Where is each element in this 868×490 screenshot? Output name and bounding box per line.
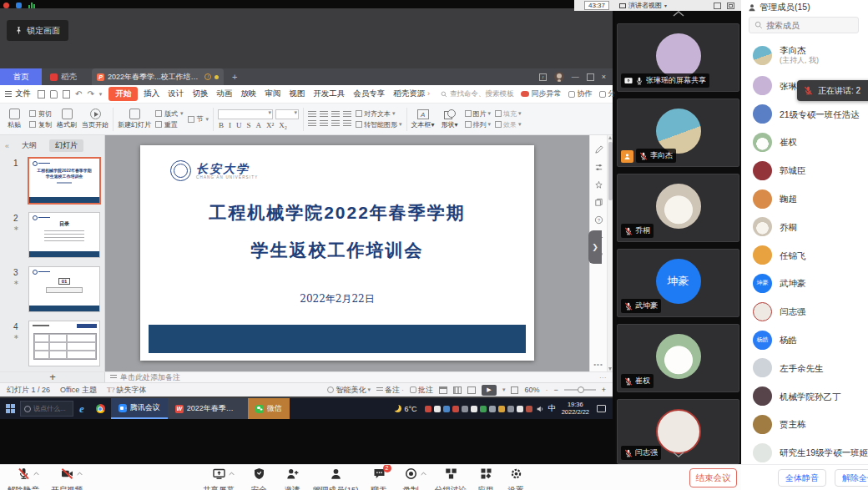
format-button[interactable]: S (246, 121, 252, 129)
tray-icon[interactable] (434, 406, 441, 412)
tab-docer[interactable]: 稻壳 (42, 68, 85, 85)
volume-icon[interactable] (536, 405, 544, 413)
selection-pane-icon[interactable] (594, 198, 603, 207)
indent-increase-icon[interactable] (343, 111, 351, 118)
chevron-up-icon[interactable] (77, 472, 83, 476)
menu-插入[interactable]: 插入 (141, 87, 162, 101)
window-tip-icon[interactable]: ! (539, 73, 547, 81)
save-icon[interactable] (38, 90, 45, 99)
font-size-select[interactable] (275, 109, 299, 119)
taskbar-search[interactable] (20, 401, 73, 417)
tray-icon[interactable] (498, 406, 505, 412)
tab-outline[interactable]: 大纲 (16, 139, 43, 152)
arrange-button[interactable]: 排列▾ (465, 120, 492, 129)
menu-会员专享[interactable]: 会员专享 (351, 87, 387, 101)
menu-file[interactable]: 文件 (5, 88, 31, 99)
zoom-in-button[interactable]: + (602, 386, 606, 394)
bullet-list-icon[interactable] (308, 111, 316, 118)
slide-thumbnail[interactable]: 3∗01 (0, 266, 104, 316)
indent-decrease-icon[interactable] (331, 111, 340, 118)
tray-icon[interactable] (425, 406, 431, 412)
zoom-knob[interactable] (578, 386, 584, 393)
copy-button[interactable]: 复制 (29, 120, 52, 129)
layout-button[interactable]: 版式▾ (155, 109, 184, 119)
font-family-select[interactable] (218, 109, 273, 119)
animation-pane-icon[interactable] (594, 163, 603, 172)
scroll-up-icon[interactable] (608, 136, 612, 139)
slide-thumbnail[interactable]: 4∗ (0, 321, 104, 371)
unmute-all-button[interactable]: 解除全体静音 (835, 469, 868, 487)
member-row[interactable]: 李向杰(主持人, 我) (741, 38, 868, 72)
missing-font-warning[interactable]: T?缺失字体 (107, 385, 147, 396)
member-row[interactable]: 任锦飞 (741, 241, 868, 270)
toolbar-invite[interactable]: 邀请 (277, 467, 307, 490)
tray-icon[interactable] (517, 406, 523, 412)
menu-稻壳资源[interactable]: 稻壳资源 › (391, 87, 432, 101)
toolbar-camera-off[interactable]: 开启视频 (48, 467, 85, 490)
sorter-view-icon[interactable] (453, 386, 462, 394)
toolbar-breakout[interactable]: 分组讨论 (431, 467, 471, 490)
shapes-button[interactable]: 形状▾ (439, 109, 461, 129)
redo-icon[interactable]: ↷ (87, 89, 93, 99)
fit-window-icon[interactable] (511, 386, 518, 394)
taskbar-app-wps[interactable]: W2022年春季学期... (168, 398, 248, 419)
toolbar-apps[interactable]: 应用 (471, 467, 501, 490)
format-painter-button[interactable]: 格式刷 (56, 109, 78, 129)
tab-home[interactable]: 首页 (0, 68, 42, 85)
taskbar-app-meeting[interactable]: 腾讯会议 (111, 398, 168, 419)
menu-开发工具[interactable]: 开发工具 (310, 87, 347, 101)
tab-slides[interactable]: 幻灯片 (49, 139, 83, 152)
more-tools-icon[interactable]: ••• (593, 361, 603, 368)
mute-all-button[interactable]: 全体静音 (778, 469, 826, 487)
canvas-scrollbar[interactable] (607, 135, 613, 371)
toolbar-settings[interactable]: 设置 (501, 467, 531, 490)
format-button[interactable]: A (255, 121, 263, 129)
format-button[interactable]: I (228, 121, 232, 129)
paste-button[interactable]: 粘贴 (3, 109, 25, 129)
taskbar-search-input[interactable] (33, 405, 69, 412)
command-search[interactable]: 查找命令、搜索模板 (441, 89, 514, 99)
member-row[interactable]: 左手余先生 (741, 354, 868, 382)
video-tile[interactable]: 坤豪武坤豪 (617, 249, 739, 317)
member-search[interactable] (749, 17, 859, 33)
video-tile[interactable]: 崔权 (617, 324, 739, 392)
panel-expand-handle[interactable]: ❯ (588, 230, 602, 264)
member-row[interactable]: 机械学院孙乙丁 (741, 382, 868, 411)
toolbar-chat[interactable]: 2聊天 (364, 467, 394, 490)
effects-star-icon[interactable] (594, 180, 603, 189)
layout-icon[interactable] (727, 3, 734, 9)
help-icon[interactable]: ? (594, 215, 603, 225)
tray-icon[interactable] (489, 406, 496, 412)
slide-1[interactable]: 长安大学 CHANG'AN UNIVERSITY 工程机械学院2022年春季学期… (140, 145, 534, 361)
new-tab-button[interactable]: + (224, 68, 245, 85)
restore-button[interactable] (587, 73, 594, 81)
reset-button[interactable]: 重置 (155, 120, 184, 129)
smart-beautify-button[interactable]: 智能美化▾ (327, 385, 371, 396)
slide-canvas[interactable]: 长安大学 CHANG'AN UNIVERSITY 工程机械学院2022年春季学期… (105, 135, 589, 371)
member-row[interactable]: 研究生19级学硕一班姬子 (741, 438, 868, 464)
member-row[interactable]: 乔桐 (741, 213, 868, 241)
ime-indicator[interactable]: 中 (548, 403, 556, 414)
zoom-level[interactable]: 60% (524, 386, 539, 394)
chevron-up-icon[interactable] (421, 472, 426, 476)
tray-icon[interactable] (480, 406, 487, 412)
zoom-slider[interactable] (564, 389, 596, 391)
member-row[interactable]: 崔权 (741, 129, 868, 157)
video-tile[interactable]: 乔桐 (617, 174, 739, 242)
member-row[interactable]: 杨皓杨皓 (741, 326, 868, 354)
play-from-current-button[interactable]: 当页开始 (82, 109, 108, 129)
picture-button[interactable]: 图片▾ (465, 109, 492, 119)
align-right-icon[interactable] (331, 120, 340, 127)
collaborate-button[interactable]: 协作 (568, 88, 593, 99)
tray-icon[interactable] (507, 406, 514, 412)
chevron-up-icon[interactable] (33, 472, 39, 476)
format-button[interactable]: X² (265, 121, 275, 129)
numbered-list-icon[interactable] (320, 111, 328, 118)
reading-view-icon[interactable] (467, 386, 476, 394)
menu-审阅[interactable]: 审阅 (262, 87, 283, 101)
member-row[interactable]: 贾主栋 (741, 411, 868, 439)
chevron-down-icon[interactable]: ▾ (99, 91, 103, 98)
theme-name[interactable]: Office 主题 (60, 385, 97, 396)
member-row[interactable]: 坤豪武坤豪 (741, 270, 868, 298)
end-meeting-button[interactable]: 结束会议 (689, 468, 737, 487)
